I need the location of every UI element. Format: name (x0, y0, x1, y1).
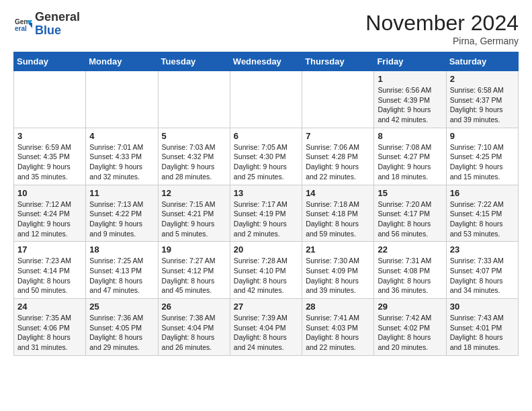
day-cell: 9Sunrise: 7:10 AM Sunset: 4:25 PM Daylig… (446, 128, 518, 185)
location: Pirna, Germany (365, 36, 519, 46)
day-number: 26 (162, 302, 226, 312)
day-number: 7 (306, 131, 370, 141)
logo-icon: Gen eral (13, 15, 32, 34)
day-cell: 7Sunrise: 7:06 AM Sunset: 4:28 PM Daylig… (302, 128, 374, 185)
logo-general: General (35, 10, 80, 24)
day-cell: 27Sunrise: 7:39 AM Sunset: 4:04 PM Dayli… (230, 299, 302, 356)
logo: Gen eral General Blue (13, 11, 80, 38)
day-cell (14, 71, 86, 128)
day-cell: 6Sunrise: 7:05 AM Sunset: 4:30 PM Daylig… (230, 128, 302, 185)
day-info: Sunrise: 7:30 AM Sunset: 4:09 PM Dayligh… (306, 256, 370, 295)
day-cell (230, 71, 302, 128)
day-number: 25 (89, 302, 154, 312)
header-monday: Monday (86, 52, 158, 71)
day-cell: 1Sunrise: 6:56 AM Sunset: 4:39 PM Daylig… (374, 71, 446, 128)
day-number: 10 (17, 188, 82, 198)
day-number: 29 (378, 302, 442, 312)
day-number: 15 (378, 188, 442, 198)
header-friday: Friday (374, 52, 446, 71)
day-number: 12 (162, 188, 226, 198)
day-number: 11 (89, 188, 154, 198)
day-number: 5 (162, 131, 226, 141)
day-cell: 21Sunrise: 7:30 AM Sunset: 4:09 PM Dayli… (302, 242, 374, 299)
day-cell: 19Sunrise: 7:27 AM Sunset: 4:12 PM Dayli… (158, 242, 230, 299)
day-cell: 15Sunrise: 7:20 AM Sunset: 4:17 PM Dayli… (374, 185, 446, 242)
day-cell: 28Sunrise: 7:41 AM Sunset: 4:03 PM Dayli… (302, 299, 374, 356)
day-cell (86, 71, 158, 128)
month-title: November 2024 (365, 11, 519, 36)
day-number: 21 (306, 244, 370, 255)
day-cell: 30Sunrise: 7:43 AM Sunset: 4:01 PM Dayli… (446, 299, 518, 356)
day-cell (302, 71, 374, 128)
day-number: 30 (450, 302, 515, 312)
week-row-4: 24Sunrise: 7:35 AM Sunset: 4:06 PM Dayli… (14, 299, 519, 356)
logo-text: General Blue (35, 11, 80, 38)
day-info: Sunrise: 7:42 AM Sunset: 4:02 PM Dayligh… (378, 313, 442, 353)
header-sunday: Sunday (14, 52, 86, 71)
day-cell: 10Sunrise: 7:12 AM Sunset: 4:24 PM Dayli… (14, 185, 86, 242)
day-info: Sunrise: 7:38 AM Sunset: 4:04 PM Dayligh… (162, 313, 226, 353)
day-cell: 17Sunrise: 7:23 AM Sunset: 4:14 PM Dayli… (14, 242, 86, 299)
day-cell: 8Sunrise: 7:08 AM Sunset: 4:27 PM Daylig… (374, 128, 446, 185)
day-number: 2 (450, 74, 515, 84)
day-info: Sunrise: 7:28 AM Sunset: 4:10 PM Dayligh… (234, 256, 298, 295)
day-info: Sunrise: 7:35 AM Sunset: 4:06 PM Dayligh… (17, 313, 82, 353)
day-info: Sunrise: 7:01 AM Sunset: 4:33 PM Dayligh… (89, 142, 154, 182)
day-cell: 22Sunrise: 7:31 AM Sunset: 4:08 PM Dayli… (374, 242, 446, 299)
day-number: 14 (306, 188, 370, 198)
header-tuesday: Tuesday (158, 52, 230, 71)
week-row-2: 10Sunrise: 7:12 AM Sunset: 4:24 PM Dayli… (14, 185, 519, 242)
day-number: 20 (234, 244, 298, 255)
day-number: 8 (378, 131, 442, 141)
day-cell: 16Sunrise: 7:22 AM Sunset: 4:15 PM Dayli… (446, 185, 518, 242)
day-info: Sunrise: 7:12 AM Sunset: 4:24 PM Dayligh… (17, 199, 82, 239)
day-info: Sunrise: 7:08 AM Sunset: 4:27 PM Dayligh… (378, 142, 442, 182)
logo-blue: Blue (35, 24, 61, 37)
day-cell: 11Sunrise: 7:13 AM Sunset: 4:22 PM Dayli… (86, 185, 158, 242)
day-info: Sunrise: 7:25 AM Sunset: 4:13 PM Dayligh… (89, 256, 154, 295)
day-cell (158, 71, 230, 128)
day-info: Sunrise: 7:36 AM Sunset: 4:05 PM Dayligh… (89, 313, 154, 353)
day-info: Sunrise: 7:20 AM Sunset: 4:17 PM Dayligh… (378, 199, 442, 239)
day-cell: 29Sunrise: 7:42 AM Sunset: 4:02 PM Dayli… (374, 299, 446, 356)
day-info: Sunrise: 7:33 AM Sunset: 4:07 PM Dayligh… (450, 256, 515, 295)
day-info: Sunrise: 6:58 AM Sunset: 4:37 PM Dayligh… (450, 85, 515, 125)
day-number: 16 (450, 188, 515, 198)
day-number: 18 (89, 244, 154, 255)
day-number: 17 (17, 244, 82, 255)
day-info: Sunrise: 6:56 AM Sunset: 4:39 PM Dayligh… (378, 85, 442, 125)
header-row: SundayMondayTuesdayWednesdayThursdayFrid… (14, 52, 519, 71)
header-thursday: Thursday (302, 52, 374, 71)
day-number: 19 (162, 244, 226, 255)
header-saturday: Saturday (446, 52, 518, 71)
day-cell: 12Sunrise: 7:15 AM Sunset: 4:21 PM Dayli… (158, 185, 230, 242)
day-cell: 20Sunrise: 7:28 AM Sunset: 4:10 PM Dayli… (230, 242, 302, 299)
day-info: Sunrise: 7:17 AM Sunset: 4:19 PM Dayligh… (234, 199, 298, 239)
day-number: 9 (450, 131, 515, 141)
day-info: Sunrise: 6:59 AM Sunset: 4:35 PM Dayligh… (17, 142, 82, 182)
day-info: Sunrise: 7:41 AM Sunset: 4:03 PM Dayligh… (306, 313, 370, 353)
day-info: Sunrise: 7:31 AM Sunset: 4:08 PM Dayligh… (378, 256, 442, 295)
day-cell: 4Sunrise: 7:01 AM Sunset: 4:33 PM Daylig… (86, 128, 158, 185)
day-number: 24 (17, 302, 82, 312)
day-cell: 3Sunrise: 6:59 AM Sunset: 4:35 PM Daylig… (14, 128, 86, 185)
day-info: Sunrise: 7:39 AM Sunset: 4:04 PM Dayligh… (234, 313, 298, 353)
day-cell: 23Sunrise: 7:33 AM Sunset: 4:07 PM Dayli… (446, 242, 518, 299)
week-row-0: 1Sunrise: 6:56 AM Sunset: 4:39 PM Daylig… (14, 71, 519, 128)
calendar-table: SundayMondayTuesdayWednesdayThursdayFrid… (13, 52, 519, 356)
day-info: Sunrise: 7:03 AM Sunset: 4:32 PM Dayligh… (162, 142, 226, 182)
day-number: 1 (378, 74, 442, 84)
header-wednesday: Wednesday (230, 52, 302, 71)
svg-text:eral: eral (15, 25, 27, 32)
day-cell: 18Sunrise: 7:25 AM Sunset: 4:13 PM Dayli… (86, 242, 158, 299)
day-info: Sunrise: 7:15 AM Sunset: 4:21 PM Dayligh… (162, 199, 226, 239)
day-number: 23 (450, 244, 515, 255)
week-row-3: 17Sunrise: 7:23 AM Sunset: 4:14 PM Dayli… (14, 242, 519, 299)
day-cell: 25Sunrise: 7:36 AM Sunset: 4:05 PM Dayli… (86, 299, 158, 356)
page-header: Gen eral General Blue November 2024 Pirn… (13, 11, 519, 46)
day-cell: 13Sunrise: 7:17 AM Sunset: 4:19 PM Dayli… (230, 185, 302, 242)
day-cell: 2Sunrise: 6:58 AM Sunset: 4:37 PM Daylig… (446, 71, 518, 128)
week-row-1: 3Sunrise: 6:59 AM Sunset: 4:35 PM Daylig… (14, 128, 519, 185)
day-number: 3 (17, 131, 82, 141)
day-info: Sunrise: 7:13 AM Sunset: 4:22 PM Dayligh… (89, 199, 154, 239)
